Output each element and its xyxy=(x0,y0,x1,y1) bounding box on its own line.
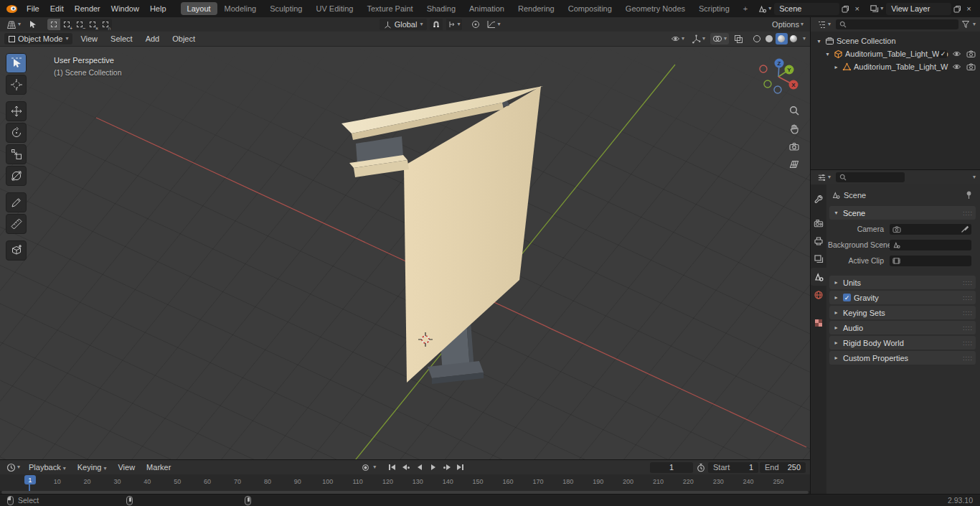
axis-neg-y-ball[interactable] xyxy=(764,80,771,88)
tab-shading[interactable]: Shading xyxy=(420,2,462,15)
shading-solid-button[interactable] xyxy=(763,33,776,44)
menu-select[interactable]: Select xyxy=(105,33,138,44)
panel-drag-dots[interactable]: :::: xyxy=(963,309,973,317)
view-layer-name-field[interactable]: View Layer xyxy=(886,3,951,15)
tab-texture-paint[interactable]: Texture Paint xyxy=(360,2,419,15)
tab-view-layer-properties[interactable] xyxy=(811,250,826,268)
mode-dropdown[interactable]: Object Mode ▾ xyxy=(4,33,72,44)
tool-measure[interactable] xyxy=(6,214,27,234)
tool-move[interactable] xyxy=(6,101,27,121)
perspective-toggle-button[interactable] xyxy=(786,156,802,172)
render-camera-icon[interactable] xyxy=(966,50,976,58)
blender-logo-icon[interactable] xyxy=(6,4,18,14)
tab-sculpting[interactable]: Sculpting xyxy=(263,2,308,15)
tool-select-box[interactable] xyxy=(6,53,27,73)
panel-units[interactable]: ▸ Units :::: xyxy=(829,276,976,289)
panel-custom-properties[interactable]: ▸ Custom Properties :::: xyxy=(829,351,976,365)
filter-funnel-icon[interactable] xyxy=(961,20,970,29)
menu-view[interactable]: View xyxy=(113,462,140,473)
select-mode-new[interactable] xyxy=(47,19,60,30)
proportional-editing-button[interactable] xyxy=(469,19,482,30)
shading-options-dropdown[interactable]: ▾ xyxy=(803,36,806,42)
tool-cursor[interactable] xyxy=(6,75,27,95)
current-frame-field[interactable]: 1 xyxy=(650,462,693,473)
hide-eye-icon[interactable] xyxy=(952,50,961,58)
render-camera-icon[interactable] xyxy=(966,62,976,71)
camera-view-button[interactable] xyxy=(786,139,802,154)
menu-window[interactable]: Window xyxy=(106,3,144,14)
jump-to-start-button[interactable] xyxy=(386,462,398,473)
scene-selector-dropdown[interactable]: ▾ xyxy=(755,3,773,15)
overlays-dropdown[interactable]: ▾ xyxy=(710,33,729,44)
menu-render[interactable]: Render xyxy=(70,3,105,14)
outliner-row-scene-collection[interactable]: ▾ Scene Collection xyxy=(811,34,980,47)
timeline-scrollbar[interactable] xyxy=(0,491,810,494)
select-mode-subtract[interactable]: − xyxy=(73,19,86,30)
eyedropper-icon[interactable] xyxy=(961,225,969,233)
menu-object[interactable]: Object xyxy=(167,33,200,44)
tool-rotate[interactable] xyxy=(6,123,27,143)
tab-geometry-nodes[interactable]: Geometry Nodes xyxy=(619,2,692,15)
xray-toggle-button[interactable] xyxy=(732,33,745,44)
select-mode-invert[interactable]: × xyxy=(86,19,99,30)
remove-scene-button[interactable]: × xyxy=(852,3,862,15)
select-mode-intersect[interactable]: ∩ xyxy=(99,19,112,30)
outliner-search-input[interactable] xyxy=(836,19,958,29)
snap-toggle-button[interactable] xyxy=(430,19,443,30)
properties-editor-type-button[interactable]: ▾ xyxy=(815,172,833,183)
editor-type-button[interactable]: ▾ xyxy=(4,19,23,30)
outliner-editor-type-button[interactable]: ▾ xyxy=(815,19,833,30)
axis-neg-z-ball[interactable] xyxy=(774,86,781,93)
background-scene-field[interactable] xyxy=(890,240,971,250)
tab-scene-properties[interactable] xyxy=(811,268,826,286)
tab-modeling[interactable]: Modeling xyxy=(218,2,263,15)
tab-output-properties[interactable] xyxy=(811,232,826,250)
new-scene-button[interactable] xyxy=(840,3,851,15)
add-workspace-button[interactable]: + xyxy=(737,2,754,15)
viewport-canvas[interactable]: User Perspective (1) Scene Collection xyxy=(0,47,810,459)
tab-texture-properties[interactable] xyxy=(811,314,826,332)
tab-rendering[interactable]: Rendering xyxy=(512,2,561,15)
tab-uv-editing[interactable]: UV Editing xyxy=(309,2,359,15)
camera-field[interactable] xyxy=(890,224,971,235)
tool-scale[interactable] xyxy=(6,144,27,164)
axis-neg-x-ball[interactable] xyxy=(760,65,767,72)
start-frame-field[interactable]: Start1 xyxy=(708,462,758,473)
view-layer-selector-dropdown[interactable]: ▾ xyxy=(867,3,885,15)
transform-orientation-dropdown[interactable]: Global ▾ xyxy=(380,19,428,30)
panel-drag-dots[interactable]: :::: xyxy=(963,294,973,301)
active-tool-icon-button[interactable] xyxy=(26,19,39,30)
panel-drag-dots[interactable]: :::: xyxy=(963,324,973,332)
panel-keying-sets[interactable]: ▸ Keying Sets :::: xyxy=(829,306,976,319)
end-frame-field[interactable]: End250 xyxy=(760,462,806,473)
tool-annotate[interactable] xyxy=(6,192,27,212)
properties-options-dropdown[interactable]: ▾ xyxy=(973,174,976,180)
previous-keyframe-button[interactable] xyxy=(400,462,412,473)
tool-add-cube[interactable] xyxy=(6,240,27,261)
tab-compositing[interactable]: Compositing xyxy=(562,2,618,15)
tab-layout[interactable]: Layout xyxy=(181,2,217,15)
select-mode-extend[interactable]: + xyxy=(60,19,73,30)
use-preview-range-button[interactable] xyxy=(694,462,707,473)
disclosure-open-icon[interactable]: ▾ xyxy=(824,51,831,57)
disclosure-open-icon[interactable]: ▾ xyxy=(815,38,823,44)
disclosure-closed-icon[interactable]: ▸ xyxy=(832,64,840,70)
gravity-checkbox[interactable]: ✓ xyxy=(843,294,851,301)
outliner-row-object[interactable]: ▾ Auditorium_Table_Light_Woo ✓ xyxy=(811,47,980,60)
play-button[interactable] xyxy=(427,462,439,473)
outliner-row-mesh-data[interactable]: ▸ Auditorium_Table_Light_W xyxy=(811,60,980,73)
pin-button[interactable] xyxy=(965,191,973,200)
menu-keying[interactable]: Keying ▾ xyxy=(72,462,112,473)
menu-add[interactable]: Add xyxy=(141,33,165,44)
panel-drag-dots[interactable]: :::: xyxy=(963,355,973,362)
shading-rendered-button[interactable] xyxy=(788,33,800,44)
timeline-editor-type-button[interactable]: ▾ xyxy=(4,462,22,473)
menu-playback[interactable]: Playback ▾ xyxy=(24,462,71,473)
object-visibility-dropdown[interactable]: ▾ xyxy=(669,33,687,44)
proportional-falloff-dropdown[interactable]: ▾ xyxy=(485,19,502,30)
snap-settings-dropdown[interactable]: ▾ xyxy=(446,19,462,30)
tab-tool-properties[interactable] xyxy=(811,190,826,208)
tab-world-properties[interactable] xyxy=(811,286,826,304)
tool-transform[interactable] xyxy=(6,166,27,186)
shading-material-preview-button[interactable] xyxy=(776,33,788,44)
